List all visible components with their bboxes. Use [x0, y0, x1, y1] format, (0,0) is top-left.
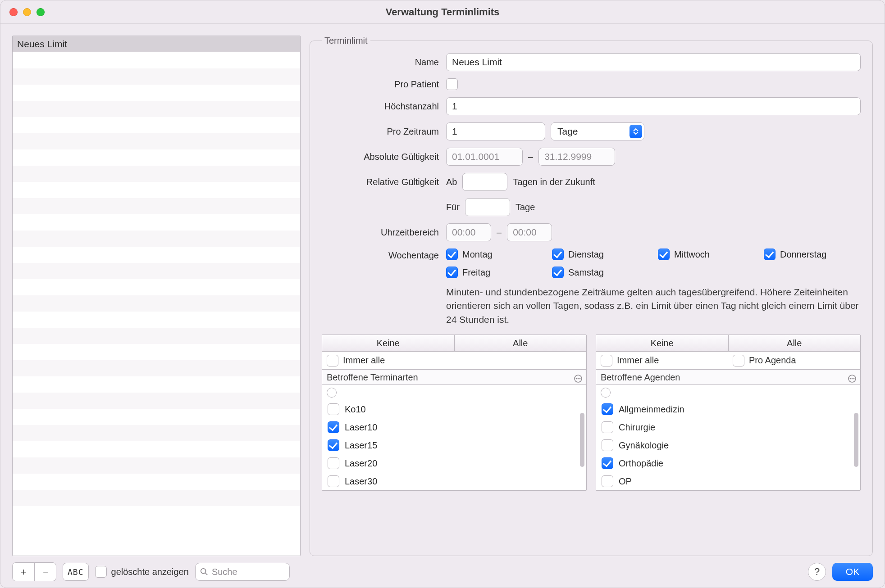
day-sat-checkbox[interactable] — [552, 267, 564, 278]
list-item[interactable] — [13, 457, 300, 474]
agenden-pro-agenda-checkbox[interactable] — [733, 355, 744, 366]
day-fri[interactable]: Freitag — [446, 267, 543, 278]
terminarten-item-checkbox[interactable] — [328, 475, 339, 487]
terminarten-more-icon[interactable] — [574, 372, 583, 388]
limits-list[interactable]: Neues Limit — [12, 36, 301, 556]
agenden-item[interactable]: Chirurgie — [596, 418, 860, 436]
abs-to-input[interactable] — [538, 148, 615, 166]
terminarten-item-checkbox[interactable] — [328, 403, 339, 415]
list-item[interactable] — [13, 231, 300, 247]
terminarten-search-icon[interactable] — [327, 388, 337, 398]
agenden-item-label: Chirurgie — [619, 422, 655, 433]
rel-for-input[interactable] — [465, 198, 510, 216]
terminarten-item[interactable]: Laser10 — [322, 418, 586, 436]
agenden-item-checkbox[interactable] — [602, 403, 613, 415]
day-wed[interactable]: Mittwoch — [658, 249, 755, 260]
terminarten-item-label: Laser15 — [345, 440, 377, 451]
list-item[interactable] — [13, 149, 300, 166]
terminarten-body[interactable]: Ko10Laser10Laser15Laser20Laser30 — [322, 400, 586, 490]
list-item[interactable] — [13, 166, 300, 182]
add-button[interactable]: ＋ — [13, 563, 34, 581]
max-input[interactable] — [446, 97, 861, 115]
period-unit-select[interactable]: Tage — [551, 122, 644, 140]
abc-button[interactable]: ABC — [63, 563, 89, 581]
agenden-search-icon[interactable] — [601, 388, 611, 398]
terminarten-item-checkbox[interactable] — [328, 457, 339, 469]
abs-from-input[interactable] — [446, 148, 523, 166]
show-deleted-checkbox[interactable] — [95, 566, 107, 578]
agenden-item[interactable]: OP — [596, 472, 860, 490]
list-item[interactable] — [13, 133, 300, 149]
agenden-item-checkbox[interactable] — [602, 457, 613, 469]
list-item[interactable] — [13, 409, 300, 425]
search-field[interactable]: Suche — [195, 563, 290, 581]
terminarten-item[interactable]: Laser30 — [322, 472, 586, 490]
scrollbar-thumb[interactable] — [854, 413, 858, 467]
ok-button[interactable]: OK — [832, 563, 873, 581]
remove-button[interactable]: － — [34, 563, 56, 581]
day-mon[interactable]: Montag — [446, 249, 543, 260]
help-button[interactable]: ? — [808, 563, 826, 581]
day-wed-checkbox[interactable] — [658, 249, 670, 260]
terminarten-immer-alle-checkbox[interactable] — [327, 355, 338, 366]
agenden-immer-alle-checkbox[interactable] — [601, 355, 612, 366]
agenden-item-checkbox[interactable] — [602, 421, 613, 433]
agenden-header-alle[interactable]: Alle — [728, 335, 861, 351]
list-item[interactable] — [13, 101, 300, 117]
rel-suffix-text: Tagen in der Zukunft — [513, 177, 595, 187]
list-item[interactable] — [13, 425, 300, 441]
limits-list-header[interactable]: Neues Limit — [13, 36, 300, 52]
agenden-body[interactable]: AllgmeinmedizinChirurgieGynäkologieOrtho… — [596, 400, 860, 490]
day-thu-checkbox[interactable] — [764, 249, 776, 260]
list-item[interactable] — [13, 490, 300, 506]
agenden-item-checkbox[interactable] — [602, 475, 613, 487]
pro-patient-checkbox[interactable] — [446, 78, 458, 90]
terminarten-header-keine[interactable]: Keine — [322, 335, 454, 351]
list-item[interactable] — [13, 312, 300, 328]
list-item[interactable] — [13, 263, 300, 279]
agenden-item-checkbox[interactable] — [602, 439, 613, 451]
list-item[interactable] — [13, 344, 300, 360]
scrollbar-thumb[interactable] — [580, 413, 584, 467]
name-input[interactable] — [446, 53, 861, 71]
terminarten-item-checkbox[interactable] — [328, 421, 339, 433]
time-from-input[interactable] — [446, 223, 491, 241]
list-item[interactable] — [13, 393, 300, 409]
list-item[interactable] — [13, 279, 300, 295]
day-mon-checkbox[interactable] — [446, 249, 458, 260]
time-to-input[interactable] — [507, 223, 552, 241]
rel-from-input[interactable] — [462, 173, 507, 191]
day-sat[interactable]: Samstag — [552, 267, 649, 278]
agenden-more-icon[interactable] — [848, 372, 857, 388]
list-item[interactable] — [13, 85, 300, 101]
day-tue-checkbox[interactable] — [552, 249, 564, 260]
day-thu[interactable]: Donnerstag — [764, 249, 861, 260]
list-item[interactable] — [13, 52, 300, 68]
period-value-input[interactable] — [446, 122, 545, 140]
list-item[interactable] — [13, 376, 300, 393]
agenden-header-keine[interactable]: Keine — [596, 335, 728, 351]
list-item[interactable] — [13, 295, 300, 312]
list-item[interactable] — [13, 247, 300, 263]
list-item[interactable] — [13, 68, 300, 85]
list-item[interactable] — [13, 117, 300, 133]
terminarten-item[interactable]: Laser20 — [322, 454, 586, 472]
terminarten-item-checkbox[interactable] — [328, 439, 339, 451]
day-tue[interactable]: Dienstag — [552, 249, 649, 260]
list-item[interactable] — [13, 441, 300, 457]
list-item[interactable] — [13, 474, 300, 490]
list-item[interactable] — [13, 328, 300, 344]
agenden-item[interactable]: Gynäkologie — [596, 436, 860, 454]
agenden-item[interactable]: Orthopädie — [596, 454, 860, 472]
list-item[interactable] — [13, 360, 300, 376]
terminarten-item[interactable]: Ko10 — [322, 400, 586, 418]
titlebar: Verwaltung Terminlimits — [0, 0, 885, 24]
day-fri-checkbox[interactable] — [446, 267, 458, 278]
svg-point-7 — [853, 378, 855, 380]
list-item[interactable] — [13, 198, 300, 214]
terminarten-item[interactable]: Laser15 — [322, 436, 586, 454]
terminarten-header-alle[interactable]: Alle — [454, 335, 587, 351]
list-item[interactable] — [13, 214, 300, 231]
agenden-item[interactable]: Allgmeinmedizin — [596, 400, 860, 418]
list-item[interactable] — [13, 182, 300, 198]
